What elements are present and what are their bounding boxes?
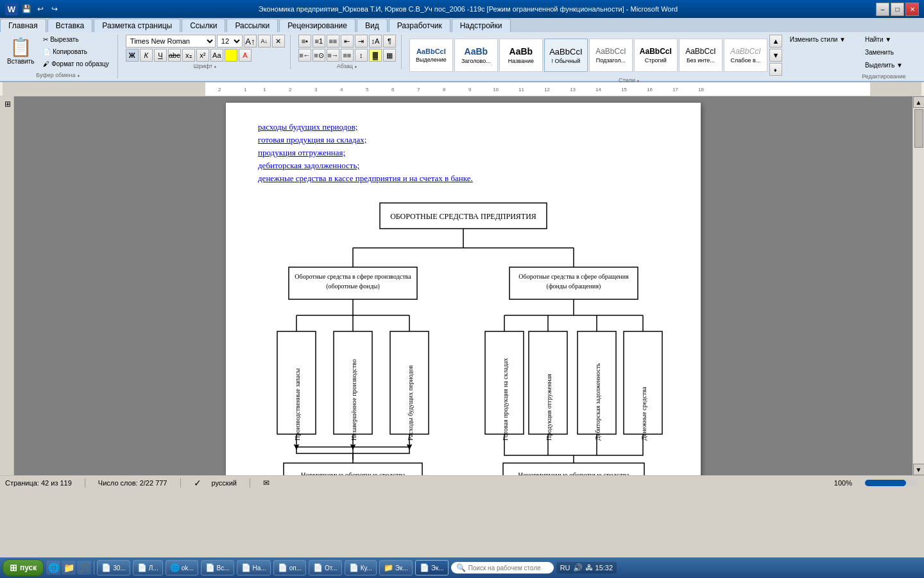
replace-button[interactable]: Заменить: [862, 48, 906, 59]
font-name-select[interactable]: Times New Roman: [126, 35, 216, 48]
zoom-slider[interactable]: [865, 480, 916, 486]
left-panel: ⊞: [0, 96, 14, 475]
taskbar-item-8[interactable]: 📁 Эк...: [379, 560, 413, 575]
tab-mailings[interactable]: Рассылки: [227, 19, 278, 32]
copy-button[interactable]: 📄 Копировать: [40, 47, 112, 58]
decrease-indent-button[interactable]: ⇤: [341, 35, 354, 48]
font-controls: Times New Roman 12 A↑ A↓ ✕ Ж К Ч abc x₂ …: [126, 35, 285, 62]
redo-icon[interactable]: ↪: [49, 3, 60, 15]
sort-button[interactable]: ↕A: [369, 35, 382, 48]
start-button[interactable]: ⊞ пуск: [3, 559, 44, 576]
spell-check-icon[interactable]: ✓: [194, 478, 201, 488]
change-case-button[interactable]: Aa: [210, 49, 223, 62]
style-subtitle[interactable]: AaBbCcI Подзагол...: [589, 39, 633, 72]
taskbar-item-0[interactable]: 📄 30...: [97, 560, 130, 575]
ie-icon[interactable]: 🌐: [46, 561, 60, 575]
taskbar-item-7[interactable]: 📄 Ку...: [345, 560, 377, 575]
svg-text:2: 2: [218, 87, 221, 92]
taskbar-item-6[interactable]: 📄 От...: [309, 560, 342, 575]
font-size-select[interactable]: 12: [217, 35, 243, 48]
taskbar-search[interactable]: 🔍: [451, 562, 554, 574]
svg-text:2: 2: [289, 87, 292, 92]
style-title[interactable]: AaBb Название: [499, 39, 543, 72]
tab-review[interactable]: Рецензирование: [279, 19, 355, 32]
svg-text:Производственные запасы: Производственные запасы: [294, 368, 301, 441]
tab-page-layout[interactable]: Разметка страницы: [94, 19, 180, 32]
language-indicator[interactable]: русский: [212, 479, 237, 487]
align-center-button[interactable]: ≡⊙: [312, 49, 325, 62]
style-selection[interactable]: AaBbCcI Выделение: [409, 39, 453, 72]
envelope-icon: ✉: [263, 478, 270, 487]
tab-developer[interactable]: Разработчик: [389, 19, 450, 32]
borders-button[interactable]: ▦: [383, 49, 396, 62]
underline-button[interactable]: Ч: [154, 49, 167, 62]
align-right-button[interactable]: ≡→: [327, 49, 339, 62]
shading-button[interactable]: ▓: [369, 49, 382, 62]
strikethrough-button[interactable]: abc: [168, 49, 181, 62]
superscript-button[interactable]: x²: [196, 49, 209, 62]
document-area: ⊞ расходы будущих периодов; готовая прод…: [0, 96, 924, 475]
search-input[interactable]: [468, 565, 545, 572]
justify-button[interactable]: ≡≡: [341, 49, 354, 62]
italic-button[interactable]: К: [140, 49, 153, 62]
font-color-button[interactable]: A: [239, 49, 252, 62]
minimize-button[interactable]: –: [876, 3, 889, 16]
paragraph-expand-icon[interactable]: ⬧: [354, 64, 357, 69]
taskbar-item-9[interactable]: 📄 Эк...: [415, 560, 449, 575]
multilevel-list-button[interactable]: ≡≡: [327, 35, 339, 48]
line-spacing-button[interactable]: ↕: [355, 49, 368, 62]
tab-references[interactable]: Ссылки: [182, 19, 225, 32]
layout-icon[interactable]: ⊞: [1, 98, 14, 110]
format-painter-button[interactable]: 🖌 Формат по образцу: [40, 59, 112, 71]
highlight-button[interactable]: ab: [225, 49, 237, 62]
taskbar-item-5[interactable]: 📄 оп...: [273, 560, 306, 575]
undo-icon[interactable]: ↩: [35, 3, 46, 15]
numbering-button[interactable]: ≡1: [312, 35, 325, 48]
taskbar-item-3[interactable]: 📄 Вс...: [201, 560, 234, 575]
styles-scroll-up[interactable]: ▲: [769, 35, 782, 48]
scroll-thumb[interactable]: [914, 109, 923, 148]
clear-format-button[interactable]: ✕: [272, 35, 285, 48]
styles-expand[interactable]: ⬧: [769, 63, 782, 76]
style-heading[interactable]: AaBb Заголово...: [454, 39, 498, 72]
tab-addins[interactable]: Надстройки: [452, 19, 511, 32]
media-icon[interactable]: 🎵: [77, 561, 91, 575]
maximize-button[interactable]: □: [891, 3, 904, 16]
increase-indent-button[interactable]: ⇥: [355, 35, 368, 48]
styles-scroll-down[interactable]: ▼: [769, 49, 782, 62]
save-icon[interactable]: 💾: [21, 3, 32, 15]
scroll-down-button[interactable]: ▼: [913, 464, 925, 475]
tab-home[interactable]: Главная: [0, 19, 46, 32]
scroll-track[interactable]: [913, 108, 924, 464]
paste-button[interactable]: 📋 Вставить: [4, 35, 37, 67]
clipboard-expand-icon[interactable]: ⬧: [77, 73, 80, 78]
find-button[interactable]: Найти ▼: [862, 35, 906, 46]
taskbar-icon-0: 📄: [101, 563, 111, 572]
show-marks-button[interactable]: ¶: [383, 35, 396, 48]
cut-button[interactable]: ✂ Вырезать: [40, 35, 112, 46]
tab-insert[interactable]: Вставка: [47, 19, 93, 32]
document-scroll[interactable]: расходы будущих периодов; готовая продук…: [14, 96, 912, 475]
scroll-up-button[interactable]: ▲: [913, 96, 925, 108]
font-expand-icon[interactable]: ⬧: [214, 64, 217, 69]
change-styles-button[interactable]: Изменить стили ▼: [787, 35, 849, 46]
style-no-interval[interactable]: AaBbCcI Без инте...: [679, 39, 723, 72]
grow-font-button[interactable]: A↑: [244, 35, 257, 48]
tab-view[interactable]: Вид: [357, 19, 388, 32]
bold-button[interactable]: Ж: [126, 49, 139, 62]
style-weak[interactable]: AaBbCcI Слабое в...: [724, 39, 767, 72]
taskbar-item-2[interactable]: 🌐 ok...: [166, 560, 198, 575]
subscript-button[interactable]: x₂: [182, 49, 195, 62]
paste-icon: 📋: [10, 37, 32, 58]
taskbar-item-1[interactable]: 📄 Л...: [133, 560, 163, 575]
align-left-button[interactable]: ≡←: [298, 49, 311, 62]
shrink-font-button[interactable]: A↓: [258, 35, 271, 48]
folder-icon-quick[interactable]: 📁: [62, 561, 76, 575]
bullets-button[interactable]: ≡•: [298, 35, 311, 48]
taskbar-item-4[interactable]: 📄 На...: [237, 560, 271, 575]
close-button[interactable]: ✕: [905, 3, 919, 16]
ribbon: 📋 Вставить ✂ Вырезать 📄 Копировать 🖌 Фор…: [0, 32, 924, 82]
style-strict[interactable]: AaBbCcI Строгий: [634, 39, 678, 72]
select-button[interactable]: Выделить ▼: [862, 60, 906, 72]
style-normal[interactable]: AaBbCcI ! Обычный: [544, 39, 588, 72]
